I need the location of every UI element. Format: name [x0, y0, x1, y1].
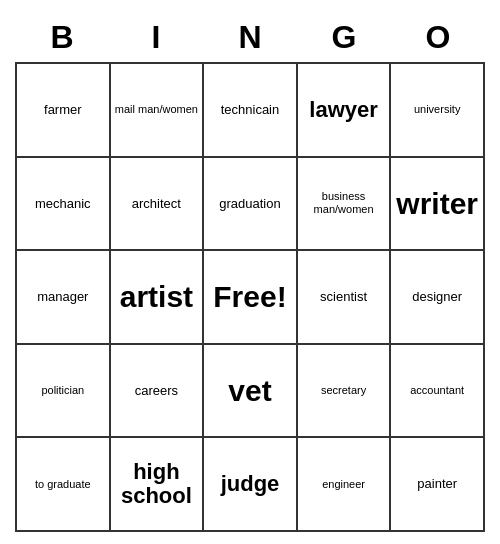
- cell-4-1: high school: [111, 438, 205, 532]
- cell-3-3: secretary: [298, 345, 392, 439]
- cell-0-2: technicain: [204, 64, 298, 158]
- cell-0-4: university: [391, 64, 485, 158]
- cell-2-4: designer: [391, 251, 485, 345]
- cell-0-1: mail man/women: [111, 64, 205, 158]
- bingo-grid: farmer mail man/women technicain lawyer …: [15, 62, 485, 532]
- cell-3-4: accountant: [391, 345, 485, 439]
- cell-4-4: painter: [391, 438, 485, 532]
- cell-0-0: farmer: [17, 64, 111, 158]
- cell-4-0: to graduate: [17, 438, 111, 532]
- cell-2-0: manager: [17, 251, 111, 345]
- bingo-row: manager artist Free! scientist designer: [17, 251, 485, 345]
- cell-1-3: business man/women: [298, 158, 392, 252]
- bingo-row: farmer mail man/women technicain lawyer …: [17, 64, 485, 158]
- header-o: O: [391, 12, 485, 62]
- cell-0-3: lawyer: [298, 64, 392, 158]
- cell-3-0: politician: [17, 345, 111, 439]
- cell-4-2: judge: [204, 438, 298, 532]
- cell-3-2: vet: [204, 345, 298, 439]
- header-i: I: [109, 12, 203, 62]
- cell-1-0: mechanic: [17, 158, 111, 252]
- cell-1-4: writer: [391, 158, 485, 252]
- bingo-card: B I N G O farmer mail man/women technica…: [15, 12, 485, 532]
- cell-2-1: artist: [111, 251, 205, 345]
- cell-4-3: engineer: [298, 438, 392, 532]
- bingo-row: mechanic architect graduation business m…: [17, 158, 485, 252]
- bingo-row: to graduate high school judge engineer p…: [17, 438, 485, 532]
- cell-2-2: Free!: [204, 251, 298, 345]
- cell-1-1: architect: [111, 158, 205, 252]
- header-g: G: [297, 12, 391, 62]
- header-n: N: [203, 12, 297, 62]
- cell-3-1: careers: [111, 345, 205, 439]
- cell-2-3: scientist: [298, 251, 392, 345]
- bingo-row: politician careers vet secretary account…: [17, 345, 485, 439]
- header-b: B: [15, 12, 109, 62]
- bingo-header: B I N G O: [15, 12, 485, 62]
- cell-1-2: graduation: [204, 158, 298, 252]
